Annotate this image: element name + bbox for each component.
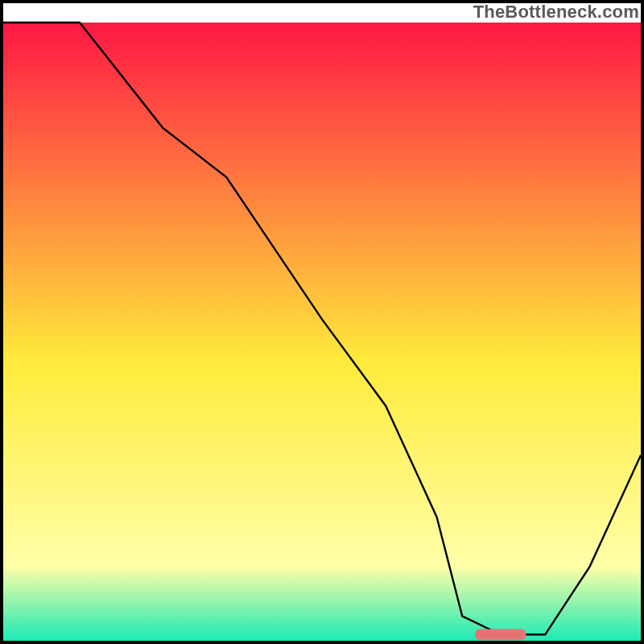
optimal-marker [475,629,526,640]
gradient-background [3,23,641,641]
chart-container: TheBottleneck.com [0,0,644,644]
plot-area [3,23,641,641]
bottleneck-chart [0,0,644,644]
watermark-text: TheBottleneck.com [473,2,639,23]
